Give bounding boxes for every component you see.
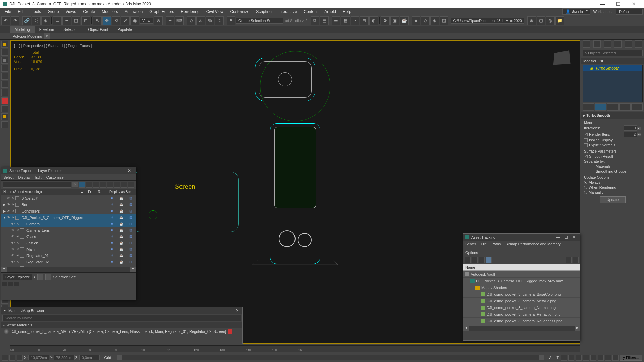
at-refresh-button[interactable] xyxy=(573,257,579,263)
nav1-button[interactable] xyxy=(561,355,567,361)
at-row[interactable]: Maps / Shaders xyxy=(463,284,580,291)
nav6-button[interactable] xyxy=(598,355,604,361)
scene-explorer-window[interactable]: Scene Explorer - Layer Explorer — ☐ ✕ Se… xyxy=(1,167,136,300)
se-lock-button[interactable] xyxy=(86,182,92,188)
at-help-button[interactable] xyxy=(566,257,572,263)
display-tab[interactable] xyxy=(625,40,632,48)
rotate-button[interactable]: ⟲ xyxy=(112,16,120,25)
lights-icon[interactable] xyxy=(1,73,8,80)
ribbon-tab-freeform[interactable]: Freeform xyxy=(35,26,59,33)
se-mini-tab1[interactable] xyxy=(2,282,7,286)
at-row[interactable]: DJI_Pocket_3_Camera_OFF_Rigged_max_vray.… xyxy=(463,278,580,284)
at-tb3-button[interactable] xyxy=(479,257,485,263)
se-row-0-default-[interactable]: 👁☀0 (default)❄☕⊡ xyxy=(1,195,136,201)
spacewarps-icon[interactable] xyxy=(1,97,8,104)
at-menu-file[interactable]: File xyxy=(481,242,487,246)
mat-search-input[interactable] xyxy=(2,315,241,321)
show-end-result-button[interactable] xyxy=(595,103,606,111)
refcoord-dropdown[interactable]: View xyxy=(140,18,153,24)
menu-group[interactable]: Group xyxy=(44,8,62,15)
at-tree[interactable]: Autodesk VaultDJI_Pocket_3_Camera_OFF_Ri… xyxy=(463,271,580,326)
project-path[interactable]: C:\Users\Elpac\Documents\3ds Max 2020 xyxy=(451,18,524,24)
menu-civil-view[interactable]: Civil View xyxy=(203,8,227,15)
yellow-tool-icon[interactable] xyxy=(1,113,8,120)
se-tb4-button[interactable] xyxy=(114,182,120,188)
add-timetag[interactable]: Add Ti xyxy=(549,356,559,360)
se-tb3-button[interactable] xyxy=(107,182,113,188)
redo-button[interactable]: ↷ xyxy=(11,16,19,25)
schematic-button[interactable]: ⊞ xyxy=(360,16,369,25)
undo-button[interactable]: ↶ xyxy=(1,16,10,25)
at-maximize-button[interactable]: ☐ xyxy=(562,235,570,240)
se-tb6-button[interactable] xyxy=(128,182,134,188)
se-menu-display[interactable]: Display xyxy=(18,175,31,179)
select-region-button[interactable]: ◫ xyxy=(72,16,80,25)
se-row-camera[interactable]: 👁☀Camera❄☕⊡ xyxy=(1,221,136,227)
snap-button[interactable]: ◇ xyxy=(187,16,196,25)
layer-button[interactable]: ☰ xyxy=(332,16,340,25)
hierarchy-tab[interactable] xyxy=(604,40,611,48)
iterations-input[interactable]: 0 xyxy=(624,125,637,131)
polygon-modeling-tab[interactable]: Polygon Modeling xyxy=(13,34,42,38)
menu-edit[interactable]: Edit xyxy=(14,8,28,15)
status-scroll-right[interactable] xyxy=(539,355,544,360)
render-frame-button[interactable]: ▣ xyxy=(390,16,399,25)
modifier-stack[interactable]: ◉ TurboSmooth xyxy=(583,65,643,102)
se-footer-btn1[interactable] xyxy=(37,274,43,280)
motion-tab[interactable] xyxy=(614,40,622,48)
smoothing-groups-checkbox[interactable] xyxy=(591,170,594,173)
xref-button[interactable]: ⊕ xyxy=(527,16,536,25)
cameras-icon[interactable] xyxy=(1,81,8,88)
modifier-list-dropdown[interactable]: Modifier List xyxy=(581,58,644,64)
menu-interactive[interactable]: Interactive xyxy=(275,8,300,15)
menu-modifiers[interactable]: Modifiers xyxy=(98,8,121,15)
ribbon-expand-button[interactable]: ▾ xyxy=(44,33,50,39)
render-iters-checkbox[interactable] xyxy=(584,133,588,136)
se-clear-search-button[interactable]: ✕ xyxy=(72,182,78,187)
timeline[interactable]: 5060708090100110120130140150160 xyxy=(10,344,580,353)
se-menu-select[interactable]: Select xyxy=(3,175,14,179)
configure-sets-button[interactable] xyxy=(631,103,643,111)
helpers-icon[interactable] xyxy=(1,89,8,96)
link-button[interactable]: 🔗 xyxy=(22,16,31,25)
material-editor-button[interactable]: ◐ xyxy=(369,16,378,25)
isoline-checkbox[interactable] xyxy=(584,138,588,142)
se-close-button[interactable]: ✕ xyxy=(125,168,133,173)
manually-radio[interactable] xyxy=(584,191,587,194)
nav5-button[interactable] xyxy=(590,355,596,361)
se-filter1-button[interactable] xyxy=(79,182,85,188)
se-col-render[interactable]: R… xyxy=(96,189,105,195)
menu-scripting[interactable]: Scripting xyxy=(253,8,275,15)
status-scroll-left[interactable] xyxy=(117,355,122,360)
asset-tracking-window[interactable]: Asset Tracking — ☐ ✕ ServerFilePathsBitm… xyxy=(463,233,580,341)
at-close-button[interactable]: ✕ xyxy=(570,235,578,240)
se-row-regulator-01[interactable]: 👁☀Regulator_01❄☕⊡ xyxy=(1,252,136,259)
close-button[interactable]: ✕ xyxy=(626,0,641,8)
ribbon-tab-populate[interactable]: Populate xyxy=(113,26,137,33)
se-menu-edit[interactable]: Edit xyxy=(35,175,42,179)
keyboard-button[interactable]: ⌨ xyxy=(175,16,184,25)
at-row[interactable]: Autodesk Vault xyxy=(463,271,580,278)
nav7-button[interactable] xyxy=(605,355,611,361)
se-row-bones[interactable]: ▶👁☀Bones❄☕⊡ xyxy=(1,201,136,208)
at-row[interactable]: DJI_osmo_pocket_3_camera_Metallic.png xyxy=(463,298,580,304)
when-rendering-radio[interactable] xyxy=(584,186,587,189)
create-tab-icon[interactable] xyxy=(1,49,8,56)
se-minimize-button[interactable]: — xyxy=(109,168,117,173)
z-coord-input[interactable]: 0,0cm xyxy=(79,355,100,360)
se-row-camera-lens[interactable]: 👁☀Camera_Lens❄☕⊡ xyxy=(1,227,136,233)
materials-checkbox[interactable] xyxy=(591,165,594,168)
ribbon-tab-object-paint[interactable]: Object Paint xyxy=(84,26,113,33)
toggle-ribbon-button[interactable]: ▦ xyxy=(341,16,350,25)
create-tab[interactable] xyxy=(583,40,590,48)
render-setup-button[interactable]: ⚙ xyxy=(381,16,390,25)
signin-dropdown[interactable]: 👤 Sign In xyxy=(562,8,590,15)
update-button[interactable]: Update xyxy=(600,196,626,203)
at-tb4-button[interactable] xyxy=(486,257,492,263)
remove-modifier-button[interactable] xyxy=(619,103,631,111)
screen-helper[interactable]: Screen xyxy=(131,172,239,232)
at-menu-server[interactable]: Server xyxy=(465,242,476,246)
viewport-label[interactable]: [ + ] [ Perspective ] [ Standard ] [ Edg… xyxy=(14,44,92,48)
create-sphere-icon[interactable] xyxy=(1,41,8,48)
menu-file[interactable]: File xyxy=(1,8,14,15)
